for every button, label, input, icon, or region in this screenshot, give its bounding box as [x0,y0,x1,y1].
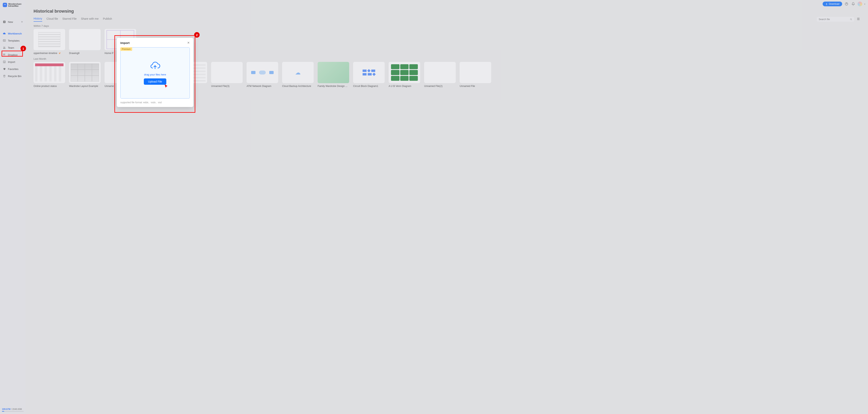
storage-indicator: 199.67M / 2048.00M [2,408,24,412]
file-card[interactable]: oppenheimer-timeline [34,29,65,55]
bell-icon[interactable] [851,2,856,6]
svg-point-6 [850,19,851,20]
paper-plane-icon [58,52,61,55]
download-button[interactable]: Download [823,2,842,6]
sidebar-item-label: Favorites [8,68,18,71]
sidebar-item-label: Import [8,61,15,64]
sidebar-new[interactable]: New + [0,18,26,26]
brand-mark-icon [3,3,7,7]
sidebar-item-dropbox[interactable]: Dropbox [0,51,26,58]
file-title: Unnamed File(2) [424,85,456,88]
dropbox-icon [3,53,6,56]
file-title: Circuit Block Diagram1 [353,85,385,88]
tabs: History Cloud file Starred File Share wi… [34,17,860,22]
annotation-step2-badge: 2 [194,32,199,38]
svg-point-3 [4,47,5,47]
brand-logo: Wondershare EdrawMax [0,2,26,10]
tab-share-with-me[interactable]: Share with me [81,17,98,22]
file-title: Unnamed File [460,85,491,88]
sidebar-item-import[interactable]: Import [0,58,26,65]
file-card[interactable]: Unnamed File [460,62,491,88]
drag-hint: drag your files here [144,73,166,76]
supported-formats: supported file format: eddx、vsdx、vsd [120,101,190,104]
file-title: Drawing9 [69,52,101,55]
file-title: A U B Venn Diagram [389,85,420,88]
file-card[interactable]: Family Wardrobe Design ... [318,62,349,88]
upload-file-button[interactable]: Upload File [144,78,166,85]
tab-cloud-file[interactable]: Cloud file [46,17,58,22]
file-card[interactable]: Circuit Block Diagram1 [353,62,385,88]
help-icon[interactable] [844,2,849,6]
search-input[interactable] [819,18,848,21]
templates-icon [3,39,6,42]
file-card[interactable]: ☁Cloud Backup Architecture [282,62,314,88]
file-card[interactable]: Wardrobe Layout Example [69,62,101,88]
section-recent-label: Within 7 days [34,25,860,27]
file-title: Online product status [34,85,65,88]
cloud-upload-icon [150,61,161,71]
sidebar-new-label: New [8,21,13,24]
heart-icon [3,67,6,71]
plus-icon[interactable]: + [21,20,23,24]
file-title: oppenheimer-timeline [34,52,57,55]
search-field[interactable] [817,17,854,22]
close-icon[interactable]: ✕ [187,41,190,44]
file-title: Wardrobe Layout Example [69,85,101,88]
list-view-toggle-icon[interactable] [857,17,860,22]
storage-total: 2048.00M [12,408,22,410]
chevron-down-icon[interactable]: ▾ [864,3,865,5]
sidebar-item-label: Templates [8,39,20,42]
storage-used: 199.67M [2,408,10,410]
dropzone[interactable]: Premium drag your files here Upload File [120,47,190,99]
trash-icon [3,74,6,78]
file-card[interactable]: Unnamed File(3) [211,62,243,88]
file-title: Family Wardrobe Design ... [318,85,349,88]
topbar: Download ▾ [26,0,868,8]
file-card[interactable]: A U B Venn Diagram [389,62,420,88]
premium-badge: Premium [120,47,132,51]
sidebar: Wondershare EdrawMax New + Workbench Tem… [0,0,26,414]
sidebar-item-workbench[interactable]: Workbench [0,30,26,37]
sidebar-item-label: Team [8,46,14,49]
annotation-cursor-icon [164,84,168,89]
sidebar-item-templates[interactable]: Templates [0,37,26,44]
download-label: Download [829,3,839,5]
import-icon [3,60,6,64]
import-modal: Import ✕ Premium drag your files here Up… [117,38,193,107]
file-title: Unnamed File(3) [211,85,243,88]
sidebar-item-recycle-bin[interactable]: Recycle Bin [0,72,26,80]
sidebar-item-label: Workbench [8,32,22,35]
tab-starred-file[interactable]: Starred File [62,17,76,22]
file-card[interactable]: ATM Network Diagram [247,62,278,88]
cloud-icon [3,32,6,35]
plus-square-icon [3,20,6,24]
team-icon [3,46,6,49]
svg-point-2 [4,47,4,47]
sidebar-item-label: Recycle Bin [8,75,22,78]
file-card[interactable]: Unnamed File(2) [424,62,456,88]
modal-title: Import [120,41,130,44]
file-card[interactable]: Online product status [34,62,65,88]
tab-history[interactable]: History [34,17,42,22]
file-title: ATM Network Diagram [247,85,278,88]
tab-publish[interactable]: Publish [103,17,112,22]
sidebar-item-favorites[interactable]: Favorites [0,65,26,72]
avatar[interactable] [858,2,862,6]
search-icon [850,18,852,21]
annotation-step1-badge: 1 [21,46,26,51]
sidebar-item-label: Dropbox [8,54,18,56]
file-card[interactable]: Drawing9 [69,29,101,55]
brand-line2: EdrawMax [8,5,22,7]
page-title: Historical browsing [34,9,860,14]
file-title: Cloud Backup Architecture [282,85,314,88]
